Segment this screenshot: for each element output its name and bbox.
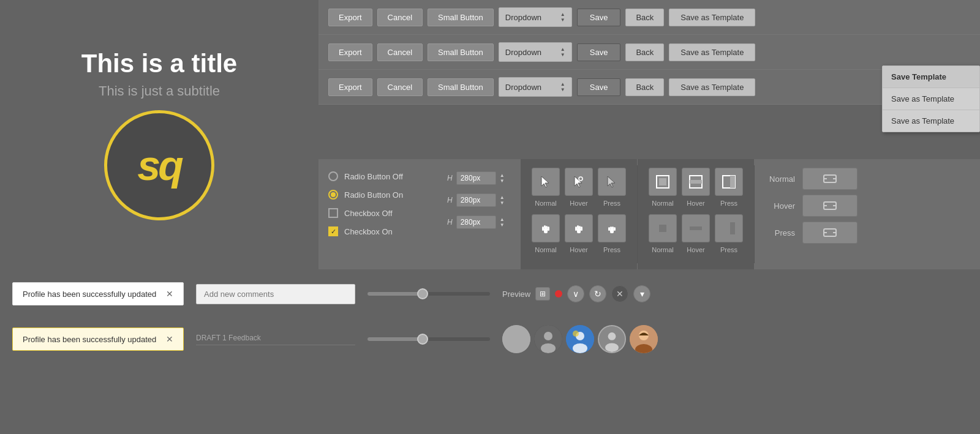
frame2-hover-label: Hover: [682, 246, 710, 253]
frame2-press-label: Press: [715, 246, 743, 253]
svg-rect-8: [546, 226, 548, 228]
close-button[interactable]: ✕: [611, 285, 628, 302]
back-button-3[interactable]: Back: [625, 78, 664, 96]
refresh-button[interactable]: ↻: [589, 285, 606, 302]
cursor-normal-label: Normal: [532, 200, 560, 207]
state-hover-button[interactable]: [802, 195, 858, 217]
frame-icons-section: Normal Hover Press Normal Hover Press: [638, 159, 754, 269]
save-template-item-3[interactable]: Save as Template: [883, 110, 979, 132]
radio-on-icon[interactable]: [328, 190, 338, 200]
hand-normal-label: Normal: [532, 246, 560, 253]
svg-rect-12: [577, 225, 579, 228]
save-template-item-2[interactable]: Save as Template: [883, 88, 979, 110]
frame2-normal-icon[interactable]: [649, 214, 677, 242]
frame2-hover-icon[interactable]: [682, 214, 710, 242]
draft-divider: [196, 345, 355, 345]
radio-on-item: Radio Button On: [328, 190, 431, 200]
save-button-1[interactable]: Save: [577, 9, 621, 26]
chevron-down-button[interactable]: ∨: [567, 285, 584, 302]
controls-area: Radio Button Off Radio Button On Checkbo…: [318, 159, 980, 269]
cursor-press-icon[interactable]: [598, 168, 626, 196]
svg-point-47: [573, 331, 579, 337]
back-button-1[interactable]: Back: [625, 9, 664, 26]
dropdown-3[interactable]: Dropdown ▲▼: [499, 77, 572, 97]
svg-point-2: [579, 177, 582, 181]
cancel-button-1[interactable]: Cancel: [377, 9, 423, 26]
height-label-3: H: [447, 218, 453, 226]
svg-marker-0: [541, 176, 549, 187]
hand-normal-icon[interactable]: [532, 214, 560, 242]
height-spin-3[interactable]: ▲▼: [500, 217, 505, 228]
state-normal-label: Normal: [764, 174, 795, 184]
preview-label: Preview: [502, 290, 530, 299]
frame-row-1: [644, 168, 748, 196]
height-label-1: H: [447, 174, 453, 182]
svg-point-43: [541, 343, 556, 353]
comment-input-1[interactable]: [196, 284, 355, 304]
export-button-3[interactable]: Export: [328, 78, 372, 96]
toolbar-panel: Export Cancel Small Button Dropdown ▲▼ S…: [318, 0, 980, 105]
slider-thumb-2[interactable]: [417, 334, 428, 345]
export-button-1[interactable]: Export: [328, 9, 372, 26]
frame-normal-icon[interactable]: [649, 168, 677, 196]
height-controls-section: H ▲▼ H ▲▼ H ▲▼: [441, 159, 521, 269]
more-button[interactable]: ▾: [633, 285, 650, 302]
height-spin-1[interactable]: ▲▼: [500, 173, 505, 184]
svg-rect-9: [577, 228, 581, 233]
small-button-1[interactable]: Small Button: [428, 9, 494, 26]
save-button-3[interactable]: Save: [577, 78, 621, 96]
state-press-button[interactable]: [802, 222, 858, 244]
avatar-5[interactable]: [630, 325, 658, 353]
hand-hover-icon[interactable]: [565, 214, 593, 242]
slider-2[interactable]: [368, 337, 490, 341]
height-input-3[interactable]: [456, 215, 496, 229]
toolbar-row-2: Export Cancel Small Button Dropdown ▲▼ S…: [318, 35, 980, 70]
cursor-hover-icon[interactable]: [565, 168, 593, 196]
state-normal-button[interactable]: [802, 168, 858, 190]
avatar-4[interactable]: [598, 325, 626, 353]
cancel-button-3[interactable]: Cancel: [377, 78, 423, 96]
cursor-normal-icon[interactable]: [532, 168, 560, 196]
toolbar-row-3: Export Cancel Small Button Dropdown ▲▼ S…: [318, 70, 980, 105]
height-input-1[interactable]: [456, 171, 496, 185]
slider-thumb-1[interactable]: [417, 288, 428, 299]
hand-press-icon[interactable]: [598, 214, 626, 242]
recording-dot: [555, 290, 562, 297]
radio-off-icon[interactable]: [328, 171, 338, 181]
checkbox-on-icon[interactable]: ✓: [328, 226, 338, 236]
small-button-2[interactable]: Small Button: [428, 43, 494, 61]
slider-1[interactable]: [368, 292, 490, 296]
save-button-2[interactable]: Save: [577, 43, 621, 61]
checkbox-off-icon[interactable]: [328, 208, 338, 218]
state-row-press: Press: [764, 222, 970, 244]
height-input-2[interactable]: [456, 193, 496, 207]
save-as-template-button-2[interactable]: Save as Template: [669, 43, 755, 61]
dropdown-2[interactable]: Dropdown ▲▼: [499, 42, 572, 62]
frame2-press-icon[interactable]: [715, 214, 743, 242]
svg-rect-7: [544, 225, 546, 228]
avatar-1[interactable]: [502, 325, 530, 353]
height-spin-2[interactable]: ▲▼: [500, 195, 505, 206]
hand-press-label: Press: [598, 246, 626, 253]
notification-row-1: Profile has been successfully updated ✕ …: [0, 272, 980, 315]
notification-close-1[interactable]: ✕: [166, 289, 173, 299]
frame-press-icon[interactable]: [715, 168, 743, 196]
frame-hover-icon[interactable]: [682, 168, 710, 196]
notification-close-2[interactable]: ✕: [166, 334, 173, 344]
svg-rect-24: [730, 176, 735, 188]
save-as-template-button-3[interactable]: Save as Template: [669, 78, 755, 96]
svg-point-46: [573, 343, 587, 353]
dropdown-1[interactable]: Dropdown ▲▼: [499, 7, 572, 27]
cancel-button-2[interactable]: Cancel: [377, 43, 423, 61]
svg-marker-3: [608, 176, 615, 187]
frame-hover-label: Hover: [682, 200, 710, 207]
height-label-2: H: [447, 196, 453, 204]
back-button-2[interactable]: Back: [625, 43, 664, 61]
save-template-item-1[interactable]: Save Template: [883, 66, 979, 88]
save-as-template-button-1[interactable]: Save as Template: [669, 9, 755, 26]
avatar-3[interactable]: [566, 325, 594, 353]
svg-rect-4: [544, 228, 548, 233]
small-button-3[interactable]: Small Button: [428, 78, 494, 96]
export-button-2[interactable]: Export: [328, 43, 372, 61]
avatar-2[interactable]: [534, 325, 562, 353]
